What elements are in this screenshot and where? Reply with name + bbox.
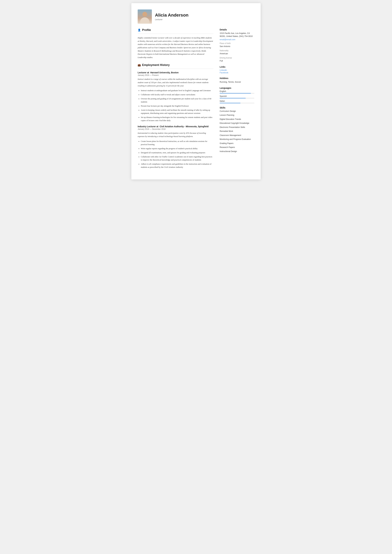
language-bar-italian [220,103,254,103]
job-desc-2: Instrumental in reducing student class p… [138,132,213,138]
main-content: 👤 Profile Highly committed Senior Lectur… [138,28,254,173]
employment-section: 💼 Employment History Lecturer at Harvard… [138,63,213,168]
place-birth-label: Place of birth [220,42,254,44]
linkedin-link[interactable]: Linkedin [220,69,254,71]
language-name-spanish: Spanish [220,95,254,97]
languages-section: Languages English Spanish Italian [220,87,254,103]
language-bar-fill-italian [220,103,240,103]
language-bar-fill-spanish [220,98,246,98]
address-text: 1515 Pacific Ave, Los Angeles, CA 90291,… [220,32,254,38]
nationality-value: American [220,52,254,55]
language-bar-english [220,93,254,93]
skills-title: Skills [220,106,254,109]
skill-item: Electronic Presentation Skills [220,126,254,129]
bullet-item: Assist in keeping classes orderly and fa… [141,108,213,115]
skill-item: Digital Education Trends [220,118,254,121]
candidate-subtitle: Lecturer [155,18,189,21]
skill-item: Monitoring and Progress Evaluation [220,138,254,141]
job-block-1: Lecturer at Harvard University, Boston J… [138,71,213,122]
profile-section: 👤 Profile Highly committed Senior Lectur… [138,28,213,59]
skill-item: Research Papers [220,146,254,149]
hobbies-section: Hobbies Running, Tennis, Soccer [220,77,254,84]
driving-license-value: Full [220,59,254,63]
language-item-spanish: Spanish [220,95,254,98]
skills-section: Skills Curriculum Design Lesson Planning… [220,106,254,153]
job-dates-1: January 2019 — Present [138,74,213,76]
bullet-item: Designed all examinations, tests, and qu… [141,151,213,154]
facebook-link[interactable]: Facebook [220,72,254,74]
right-column: Details 1515 Pacific Ave, Los Angeles, C… [220,28,254,173]
employment-icon: 💼 [138,63,141,67]
languages-title: Languages [220,87,254,89]
profile-divider [138,34,213,34]
language-name-english: English [220,90,254,92]
left-column: 👤 Profile Highly committed Senior Lectur… [138,28,213,173]
skill-item: Remedial Work [220,130,254,133]
details-section: Details 1515 Pacific Ave, Los Angeles, C… [220,28,254,63]
hobbies-title: Hobbies [220,77,254,79]
language-name-italian: Italian [220,100,254,102]
bullet-item: Set up distance learning technologies fo… [141,116,213,122]
language-item-italian: Italian [220,100,254,103]
employment-divider [138,69,213,69]
job-title-1: Lecturer at Harvard University, Boston [138,71,213,74]
bullet-item: Oversee the posting and grading of 20 as… [141,97,213,104]
job-dates-2: January 2018 — December 2018 [138,128,213,130]
job-block-2: Industry Lecturer at Civil Aviation Auth… [138,125,213,168]
job-title-2: Industry Lecturer at Civil Aviation Auth… [138,125,213,128]
language-item-english: English [220,90,254,93]
profile-title: 👤 Profile [138,28,213,32]
employment-title: 💼 Employment History [138,63,213,67]
language-bar-fill-english [220,93,251,93]
job-bullets-2: Create lesson plans for theoretical inst… [138,140,213,169]
place-birth-value: San Antonio [220,45,254,48]
bullet-item: Adhere to all compliance requirements an… [141,162,213,169]
bullet-item: Write regular reports regarding the prog… [141,147,213,150]
bullet-item: Collaborate with faculty staff to tweak … [141,93,213,96]
bullet-item: Instruct students at undergraduate and g… [141,89,213,92]
bullet-item: Create lesson plans for theoretical inst… [141,140,213,146]
job-bullets-1: Instruct students at undergraduate and g… [138,89,213,122]
job-desc-1: Instruct student in a range of courses w… [138,77,213,87]
skill-item: Grading Papers [220,142,254,145]
nationality-label: Nationality [220,49,254,52]
avatar [138,9,152,24]
links-title: Links [220,66,254,68]
skill-item: Lesson Planning [220,114,254,117]
details-title: Details [220,28,254,31]
skill-item: Classroom Management [220,134,254,137]
links-section: Links Linkedin Facebook [220,66,254,74]
profile-text: Highly committed Senior Lecturer with ov… [138,36,213,59]
resume-card: Alicia Anderson Lecturer 👤 Profile Highl… [131,3,261,179]
skill-item: Instructional Design [220,150,254,153]
bullet-item: Present four lectures per day alongside … [141,104,213,108]
language-bar-spanish [220,98,254,98]
header-text: Alicia Anderson Lecturer [155,13,189,21]
profile-icon: 👤 [138,28,141,32]
skill-item: Educational Copyright Knowledge [220,122,254,125]
email-link[interactable]: email@email.com [220,38,254,41]
driving-license-label: Driving license [220,57,254,59]
header-section: Alicia Anderson Lecturer [138,9,254,24]
candidate-name: Alicia Anderson [155,13,189,18]
hobbies-text: Running, Tennis, Soccer [220,80,254,84]
skill-item: Curriculum Design [220,110,254,113]
bullet-item: Collaborate with other Air Traffic Contr… [141,155,213,161]
